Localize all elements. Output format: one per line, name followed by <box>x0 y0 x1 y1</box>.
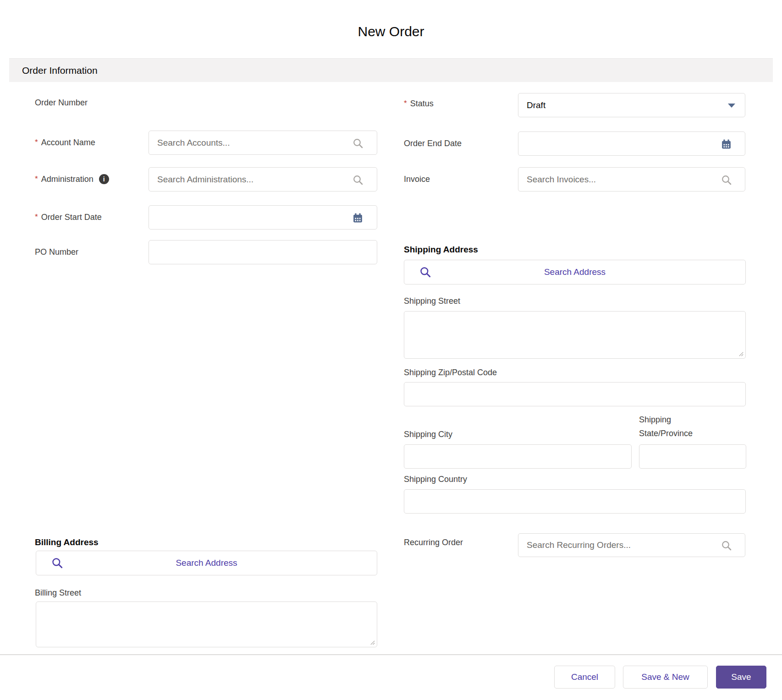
billing-address-heading: Billing Address <box>35 536 99 548</box>
billing-search-address-button[interactable]: Search Address <box>36 551 377 575</box>
status-label: * Status <box>404 98 434 109</box>
shipping-state-input[interactable] <box>639 444 746 469</box>
info-icon[interactable]: i <box>99 174 109 184</box>
search-icon <box>419 266 431 278</box>
billing-street-field <box>36 602 377 647</box>
shipping-street-field <box>404 311 746 359</box>
footer-divider <box>0 654 782 655</box>
order-start-date-input[interactable] <box>149 205 377 230</box>
required-marker: * <box>35 211 38 223</box>
search-icon <box>51 557 63 569</box>
required-marker: * <box>404 98 407 109</box>
new-order-modal: New Order Order Information Order Number… <box>0 0 782 700</box>
order-end-date-input[interactable] <box>518 131 745 156</box>
shipping-zip-input[interactable] <box>404 382 746 406</box>
status-selected-value: Draft <box>527 100 545 110</box>
order-start-date-label: * Order Start Date <box>35 211 102 223</box>
order-end-date-label: Order End Date <box>404 137 462 149</box>
required-marker: * <box>35 137 38 148</box>
administration-lookup-input[interactable] <box>149 167 377 191</box>
po-number-label: PO Number <box>35 246 78 258</box>
recurring-order-label: Recurring Order <box>404 536 463 548</box>
shipping-country-input[interactable] <box>404 489 746 514</box>
shipping-state-label: Shipping State/Province <box>639 413 721 440</box>
account-name-label: * Account Name <box>35 137 95 148</box>
shipping-street-textarea[interactable] <box>404 311 746 359</box>
invoice-lookup-input[interactable] <box>518 167 745 191</box>
po-number-input[interactable] <box>149 240 377 264</box>
shipping-street-label: Shipping Street <box>404 295 460 307</box>
billing-street-label: Billing Street <box>35 587 81 599</box>
account-name-lookup-input[interactable] <box>149 131 377 155</box>
cancel-button[interactable]: Cancel <box>554 666 615 689</box>
required-marker: * <box>35 173 38 185</box>
section-header-order-information: Order Information <box>9 58 773 82</box>
shipping-country-label: Shipping Country <box>404 473 467 485</box>
save-and-new-button[interactable]: Save & New <box>623 666 708 689</box>
shipping-search-address-button[interactable]: Search Address <box>404 260 746 284</box>
billing-street-textarea[interactable] <box>36 602 377 647</box>
status-select[interactable]: Draft <box>518 93 745 117</box>
order-number-label: Order Number <box>35 97 88 109</box>
shipping-address-heading: Shipping Address <box>404 244 478 256</box>
shipping-city-label: Shipping City <box>404 428 452 440</box>
page-title: New Order <box>0 24 782 39</box>
section-header-label: Order Information <box>22 65 98 76</box>
recurring-order-lookup-input[interactable] <box>518 533 745 557</box>
shipping-zip-label: Shipping Zip/Postal Code <box>404 366 497 378</box>
save-button[interactable]: Save <box>716 666 766 689</box>
administration-label: * Administration i <box>35 173 109 185</box>
shipping-city-input[interactable] <box>404 444 632 469</box>
invoice-label: Invoice <box>404 173 430 185</box>
